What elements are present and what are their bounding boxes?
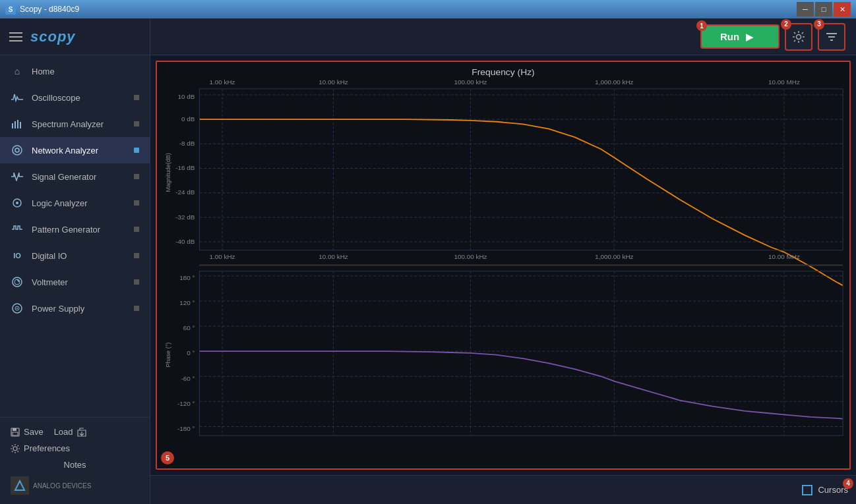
svg-point-21	[797, 34, 801, 39]
power-supply-icon	[11, 302, 24, 315]
load-label: Load	[54, 427, 73, 437]
sidebar-item-label-logic: Logic Analyzer	[32, 198, 88, 208]
sidebar-item-spectrum-analyzer[interactable]: Spectrum Analyzer	[0, 111, 150, 137]
analog-logo-box	[11, 476, 29, 495]
preferences-row[interactable]: Preferences	[11, 443, 139, 453]
svg-text:10.00 kHz: 10.00 kHz	[319, 79, 348, 86]
chart-badge: 5	[161, 451, 174, 464]
digital-indicator	[134, 253, 139, 258]
load-button[interactable]: Load	[54, 427, 86, 437]
run-badge: 1	[696, 20, 707, 31]
svg-text:Magnitude(dB): Magnitude(dB)	[164, 153, 171, 192]
sidebar: scopy ⌂ Home Oscilloscope	[0, 18, 150, 504]
pattern-generator-icon	[11, 223, 24, 236]
notes-label: Notes	[64, 460, 86, 470]
sidebar-header: scopy	[0, 18, 150, 55]
spectrum-indicator	[134, 121, 139, 126]
notes-row[interactable]: Notes	[11, 460, 139, 470]
sidebar-item-voltmeter[interactable]: Voltmeter	[0, 269, 150, 295]
svg-text:100.00 kHz: 100.00 kHz	[454, 79, 487, 86]
svg-text:-32 dB: -32 dB	[175, 213, 195, 221]
svg-rect-76	[199, 89, 843, 250]
svg-text:120 °: 120 °	[179, 300, 195, 307]
sidebar-item-label-digital: Digital IO	[32, 251, 67, 261]
svg-text:1,000.00 kHz: 1,000.00 kHz	[595, 79, 634, 86]
run-button-wrapper: 1 Run ▶	[700, 24, 780, 49]
svg-rect-15	[13, 428, 16, 431]
minimize-button[interactable]: ─	[797, 2, 814, 16]
sidebar-item-digital-io[interactable]: IO Digital IO	[0, 242, 150, 269]
filter-badge: 3	[814, 19, 824, 30]
maximize-button[interactable]: □	[815, 2, 832, 16]
svg-point-13	[16, 308, 18, 309]
sidebar-item-label-oscilloscope: Oscilloscope	[32, 93, 80, 103]
svg-marker-19	[15, 481, 24, 490]
sidebar-item-label-spectrum: Spectrum Analyzer	[32, 119, 104, 129]
preferences-label: Preferences	[24, 443, 70, 453]
network-analyzer-icon	[11, 144, 24, 157]
content-area: 1 Run ▶ 2 3	[150, 18, 856, 504]
sidebar-item-power-supply[interactable]: Power Supply	[0, 295, 150, 322]
analog-devices-label: ANALOG DEVICES	[33, 482, 91, 490]
svg-text:180 °: 180 °	[179, 275, 195, 282]
svg-rect-16	[13, 432, 18, 435]
titlebar-left: S Scopy - d8840c9	[5, 4, 79, 14]
magnitude-curve	[199, 119, 843, 285]
filter-button-wrapper: 3	[818, 23, 845, 51]
logic-analyzer-icon	[11, 196, 24, 210]
svg-point-4	[13, 146, 22, 155]
oscilloscope-icon	[11, 91, 24, 104]
svg-text:1.00 kHz: 1.00 kHz	[210, 254, 235, 261]
sidebar-item-pattern-generator[interactable]: Pattern Generator	[0, 216, 150, 242]
sidebar-item-home[interactable]: ⌂ Home	[0, 58, 150, 84]
bottom-bar: 4 Cursors	[150, 475, 856, 504]
svg-text:100.00 kHz: 100.00 kHz	[454, 254, 487, 261]
filter-icon	[825, 30, 838, 43]
hamburger-line-2	[9, 36, 22, 38]
settings-button-wrapper: 2	[785, 23, 812, 51]
spectrum-analyzer-icon	[11, 117, 24, 130]
top-toolbar: 1 Run ▶ 2 3	[150, 18, 856, 55]
analog-devices-logo: ANALOG DEVICES	[11, 476, 139, 495]
svg-text:1.00 kHz: 1.00 kHz	[210, 79, 235, 86]
sidebar-item-network-analyzer[interactable]: Network Analyzer	[0, 137, 150, 163]
save-button[interactable]: Save	[11, 427, 44, 437]
sidebar-item-signal-generator[interactable]: Signal Generator	[0, 163, 150, 190]
sidebar-item-label-network: Network Analyzer	[32, 146, 98, 155]
svg-point-7	[16, 202, 18, 204]
svg-text:1,000.00 kHz: 1,000.00 kHz	[595, 254, 634, 261]
hamburger-menu[interactable]	[9, 32, 22, 42]
close-button[interactable]: ✕	[834, 2, 851, 16]
titlebar-controls: ─ □ ✕	[797, 2, 851, 16]
sidebar-item-label-signal: Signal Generator	[32, 172, 96, 182]
preferences-icon	[11, 444, 20, 453]
logic-indicator	[134, 200, 139, 206]
run-button[interactable]: Run ▶	[700, 24, 780, 49]
svg-text:Phase (°): Phase (°)	[164, 343, 171, 368]
network-indicator	[134, 148, 139, 153]
signal-indicator	[134, 174, 139, 179]
svg-text:-16 dB: -16 dB	[175, 165, 195, 172]
svg-text:-180 °: -180 °	[177, 425, 195, 432]
svg-point-18	[13, 447, 17, 451]
cursors-section: 4 Cursors	[802, 485, 848, 495]
phase-curve	[199, 351, 843, 419]
svg-text:10.00 MHz: 10.00 MHz	[768, 254, 800, 261]
cursors-checkbox[interactable]	[802, 485, 812, 495]
save-load-row: Save Load	[11, 427, 139, 437]
sidebar-item-label-pattern: Pattern Generator	[32, 225, 100, 235]
sidebar-item-oscilloscope[interactable]: Oscilloscope	[0, 84, 150, 111]
svg-text:0 dB: 0 dB	[181, 115, 195, 123]
pattern-indicator	[134, 227, 139, 232]
sidebar-item-label-power: Power Supply	[32, 304, 84, 314]
oscilloscope-indicator	[134, 95, 139, 100]
svg-rect-1	[15, 121, 16, 128]
svg-text:-24 dB: -24 dB	[175, 189, 195, 196]
svg-rect-0	[12, 123, 13, 128]
svg-text:10.00 kHz: 10.00 kHz	[319, 254, 348, 261]
svg-text:-8 dB: -8 dB	[179, 140, 195, 147]
gear-icon	[792, 30, 805, 43]
svg-text:-120 °: -120 °	[177, 400, 195, 407]
sidebar-item-logic-analyzer[interactable]: Logic Analyzer	[0, 190, 150, 216]
sidebar-nav: ⌂ Home Oscilloscope	[0, 55, 150, 417]
